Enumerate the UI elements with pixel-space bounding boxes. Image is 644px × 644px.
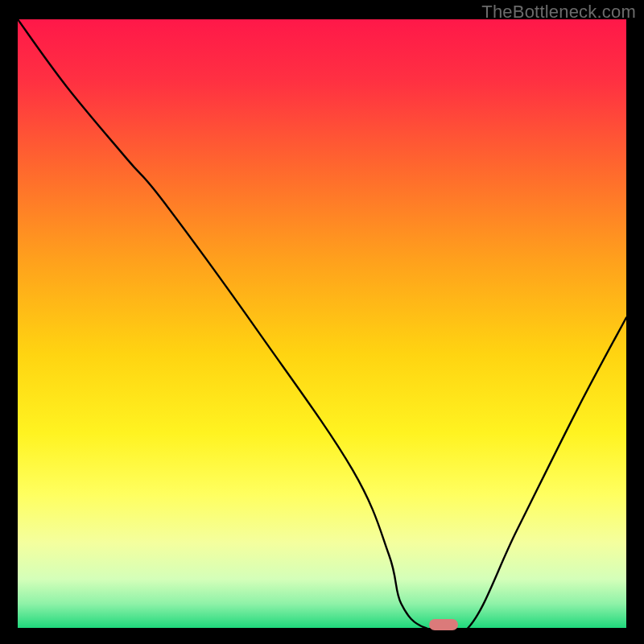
gradient-background [18,19,626,628]
chart-frame: TheBottleneck.com [0,0,644,644]
plot-area [18,19,626,628]
chart-svg [18,19,626,628]
optimal-marker [429,619,458,630]
watermark-text: TheBottleneck.com [481,2,636,23]
